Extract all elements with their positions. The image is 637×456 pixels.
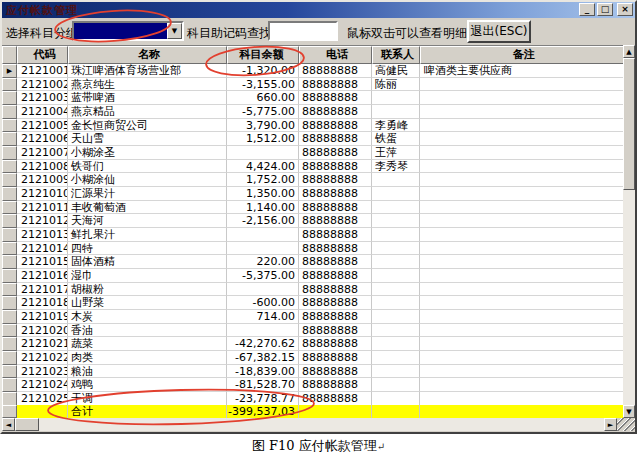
scroll-up-icon[interactable]: ▲ [623,45,635,58]
exit-button[interactable]: 退出(ESC) [467,20,531,43]
cell-name[interactable]: 丰收葡萄酒 [68,201,227,215]
scroll-right-icon[interactable]: ► [604,418,617,431]
cell-name[interactable]: 天海河 [68,214,227,228]
cell-contact[interactable] [372,351,420,365]
cell-phone[interactable]: 88888888 [299,173,372,187]
cell-remark[interactable] [420,201,623,215]
cell-name[interactable]: 燕京精品 [68,105,227,119]
cell-balance[interactable]: -81,528.70 [227,378,299,392]
cell-remark[interactable] [420,269,623,283]
cell-contact[interactable] [372,296,420,310]
table-row[interactable]: 2121012 天海河 -2,156.00 88888888 [2,214,623,228]
cell-name[interactable]: 蓝带啤酒 [68,91,227,105]
table-row[interactable]: 2121007 小糊涂圣 88888888 王萍 [2,146,623,160]
cell-name[interactable]: 湿巾 [68,269,227,283]
header-contact[interactable]: 联系人 [372,46,420,64]
cell-name[interactable]: 燕京纯生 [68,78,227,92]
header-code[interactable]: 代码 [17,46,68,64]
cell-phone[interactable]: 88888888 [299,187,372,201]
cell-balance[interactable]: -600.00 [227,296,299,310]
maximize-icon[interactable]: □ [597,3,613,16]
cell-name[interactable]: 鲜扎果汁 [68,228,227,242]
table-row[interactable]: 2121011 丰收葡萄酒 1,140.00 88888888 [2,201,623,215]
cell-balance[interactable] [227,242,299,256]
horizontal-scroll-thumb[interactable] [15,418,39,431]
cell-phone[interactable]: 88888888 [299,392,372,406]
mnemonic-search-input[interactable] [268,21,338,41]
cell-name[interactable]: 小糊涂仙 [68,173,227,187]
cell-contact[interactable]: 铁蛋 [372,132,420,146]
row-selector-cell[interactable] [2,337,17,351]
cell-name[interactable]: 珠江啤酒体育场营业部 [68,64,227,78]
table-row[interactable]: 2121018 山野菜 -600.00 88888888 [2,296,623,310]
close-icon[interactable]: × [617,3,633,16]
cell-code[interactable]: 2121004 [17,105,68,119]
cell-code[interactable]: 2121001 [17,64,68,78]
cell-remark[interactable] [420,78,623,92]
cell-remark[interactable] [420,228,623,242]
row-selector-cell[interactable] [2,187,17,201]
table-row[interactable]: 2121006 天山雪 1,512.00 88888888 铁蛋 [2,132,623,146]
cell-balance[interactable]: -5,775.00 [227,105,299,119]
row-selector-cell[interactable] [2,365,17,379]
cell-phone[interactable]: 88888888 [299,283,372,297]
table-row[interactable]: 2121024 鸡鸭 -81,528.70 88888888 [2,378,623,392]
cell-code[interactable]: 2121014 [17,242,68,256]
cell-phone[interactable]: 88888888 [299,324,372,338]
cell-code[interactable]: 2121006 [17,132,68,146]
cell-balance[interactable]: -3,155.00 [227,78,299,92]
cell-code[interactable]: 2121025 [17,392,68,406]
cell-name[interactable]: 金长恒商贸公司 [68,119,227,133]
cell-balance[interactable]: -42,270.62 [227,337,299,351]
cell-code[interactable]: 2121019 [17,310,68,324]
table-row[interactable]: 2121010 汇源果汁 1,350.00 88888888 [2,187,623,201]
row-selector-cell[interactable] [2,392,17,406]
row-selector-cell[interactable] [2,91,17,105]
table-row[interactable]: 2121016 湿巾 -5,375.00 88888888 [2,269,623,283]
row-selector-cell[interactable] [2,146,17,160]
header-balance[interactable]: 科目余额 [227,46,299,64]
cell-contact[interactable] [372,269,420,283]
cell-balance[interactable]: 1,512.00 [227,132,299,146]
cell-contact[interactable] [372,283,420,297]
cell-code[interactable]: 2121008 [17,160,68,174]
row-selector-cell[interactable] [2,310,17,324]
cell-remark[interactable]: 啤酒类主要供应商 [420,64,623,78]
cell-contact[interactable] [372,324,420,338]
cell-code[interactable]: 2121009 [17,173,68,187]
cell-remark[interactable] [420,91,623,105]
cell-remark[interactable] [420,132,623,146]
cell-contact[interactable] [372,255,420,269]
cell-phone[interactable]: 88888888 [299,255,372,269]
cell-phone[interactable]: 88888888 [299,378,372,392]
cell-contact[interactable] [372,337,420,351]
table-row[interactable]: 2121021 蔬菜 -42,270.62 88888888 [2,337,623,351]
row-selector-cell[interactable] [2,173,17,187]
cell-balance[interactable]: -23,778.77 [227,392,299,406]
cell-contact[interactable] [372,228,420,242]
cell-phone[interactable]: 88888888 [299,105,372,119]
cell-code[interactable]: 2121013 [17,228,68,242]
cell-phone[interactable]: 88888888 [299,269,372,283]
cell-code[interactable]: 2121024 [17,378,68,392]
row-selector-cell[interactable] [2,351,17,365]
cell-remark[interactable] [420,337,623,351]
cell-contact[interactable]: 李秀琴 [372,160,420,174]
table-row[interactable]: 2121009 小糊涂仙 1,752.00 88888888 [2,173,623,187]
cell-remark[interactable] [420,255,623,269]
cell-balance[interactable]: 660.00 [227,91,299,105]
cell-code[interactable]: 2121012 [17,214,68,228]
cell-name[interactable]: 固体酒精 [68,255,227,269]
cell-contact[interactable] [372,378,420,392]
row-selector-cell[interactable] [2,228,17,242]
table-row[interactable]: ▶ 2121001 珠江啤酒体育场营业部 -1,320.00 88888888 … [2,64,623,78]
cell-phone[interactable]: 88888888 [299,296,372,310]
cell-name[interactable]: 香油 [68,324,227,338]
cell-contact[interactable] [372,105,420,119]
cell-name[interactable]: 干调 [68,392,227,406]
table-row[interactable]: 2121017 胡椒粉 88888888 [2,283,623,297]
cell-contact[interactable] [372,365,420,379]
cell-remark[interactable] [420,119,623,133]
cell-phone[interactable]: 88888888 [299,91,372,105]
cell-code[interactable]: 2121017 [17,283,68,297]
